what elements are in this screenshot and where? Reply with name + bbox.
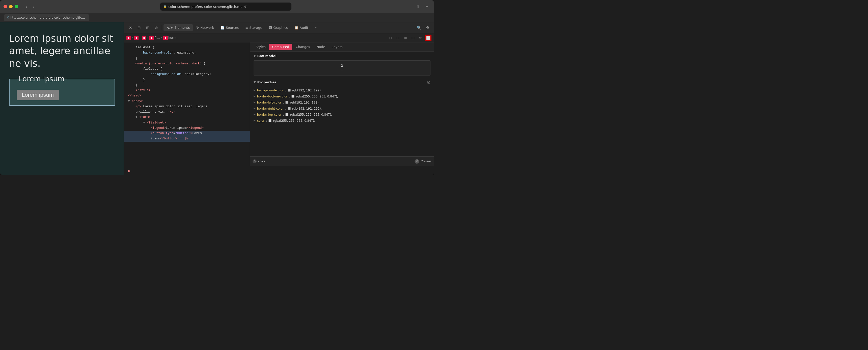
breadcrumb-item-3[interactable]: E xyxy=(142,36,146,40)
lock-icon: 🔒 xyxy=(163,5,167,8)
code-line-5: fieldset { xyxy=(124,66,250,72)
search-button[interactable]: 🔍 xyxy=(415,24,423,32)
code-line-14: ▼ <form> xyxy=(124,115,250,120)
devtools-toolbar: ✕ ⊟ ⊞ ⊕ </> Elements ↻ Network 📄 Sources xyxy=(124,22,434,33)
breadcrumb-item-1[interactable]: E xyxy=(126,36,131,40)
styles-content: ▼ Box Model 2 – ▼ Pr xyxy=(250,52,434,156)
prop-name-5[interactable]: border-top-color xyxy=(257,112,282,117)
tab-audit[interactable]: 📋 Audit xyxy=(291,24,311,31)
prop-row-border-bottom-color: ▶ border-bottom-color : rgba(255, 255, 2… xyxy=(254,93,431,99)
breadcrumb-item-2[interactable]: E xyxy=(134,36,138,40)
breadcrumb-text-5: button xyxy=(168,36,178,40)
code-line-15: ▼ <fieldset> xyxy=(124,120,250,125)
tab-favicon: C xyxy=(7,16,9,19)
address-bar-container: 🔒 color-scheme-prefers-color-scheme.glit… xyxy=(40,2,412,10)
close-button[interactable] xyxy=(3,5,7,8)
prop-name-2[interactable]: border-bottom-color xyxy=(257,94,287,99)
properties-header[interactable]: ▼ Properties ⊙ xyxy=(254,80,431,85)
elements-icon: </> xyxy=(166,26,173,30)
tab-computed[interactable]: Computed xyxy=(269,44,292,50)
box-model-title: Box Model xyxy=(257,54,276,58)
properties-more-icon[interactable]: ⊙ xyxy=(427,80,431,85)
breadcrumb-item-5[interactable]: E button xyxy=(163,36,178,40)
prop-swatch-4[interactable] xyxy=(288,107,291,110)
maximize-button[interactable] xyxy=(14,5,18,8)
prop-expand-4[interactable]: ▶ xyxy=(254,106,256,110)
prop-name-3[interactable]: border-left-color xyxy=(257,100,282,105)
preview-button[interactable]: Lorem ipsum xyxy=(17,90,59,100)
graphics-icon: 🖼 xyxy=(269,26,272,30)
prop-swatch-5[interactable] xyxy=(285,113,288,116)
box-model-header[interactable]: ▼ Box Model xyxy=(254,54,431,58)
breadcrumb-item-4[interactable]: E fil... xyxy=(149,36,160,40)
new-tab-button[interactable]: + xyxy=(424,3,431,10)
prop-value-6: rgba(255, 255, 255, 0.847); xyxy=(273,118,315,123)
prop-expand-3[interactable]: ▶ xyxy=(254,100,256,104)
forward-button[interactable]: › xyxy=(30,3,37,10)
tab-layers[interactable]: Layers xyxy=(329,44,345,50)
devtools-panel: ✕ ⊟ ⊞ ⊕ </> Elements ↻ Network 📄 Sources xyxy=(124,22,434,175)
inspect-element-button[interactable]: ⊕ xyxy=(152,24,160,32)
tab-network[interactable]: ↻ Network xyxy=(193,24,217,31)
filter-input[interactable] xyxy=(258,159,413,163)
tab-graphics[interactable]: 🖼 Graphics xyxy=(266,24,291,31)
prop-name-1[interactable]: background-color xyxy=(257,88,284,93)
toolbar-separator xyxy=(162,25,162,30)
code-line-8: } xyxy=(124,83,250,88)
devtools-split-button[interactable]: ⊟ xyxy=(135,24,143,32)
properties-title: Properties xyxy=(257,80,277,84)
prop-expand-5[interactable]: ▶ xyxy=(254,112,256,116)
code-line-7: } xyxy=(124,77,250,83)
prop-expand-6[interactable]: ▶ xyxy=(254,118,256,122)
style-tabs: Styles Computed Changes Node Layers xyxy=(250,42,434,52)
code-line-2: background-color: gainsboro; xyxy=(124,50,250,56)
prop-swatch-3[interactable] xyxy=(285,101,288,104)
share-button[interactable]: ⬆ xyxy=(414,3,422,10)
element-tool-3[interactable]: ⊞ xyxy=(402,35,409,41)
prop-swatch-1[interactable] xyxy=(288,89,291,92)
prop-name-4[interactable]: border-right-color xyxy=(257,106,284,111)
devtools-dock-button[interactable]: ⊞ xyxy=(144,24,152,32)
breadcrumb-sep-2: › xyxy=(140,36,141,39)
reload-icon[interactable]: ↺ xyxy=(244,5,247,8)
devtools-close-button[interactable]: ✕ xyxy=(126,24,134,32)
minimize-button[interactable] xyxy=(9,5,12,8)
element-tool-2[interactable]: ⊡ xyxy=(395,35,401,41)
tab-elements[interactable]: </> Elements xyxy=(163,24,193,31)
prop-expand-1[interactable]: ▶ xyxy=(254,88,256,92)
prop-value-5: rgba(255, 255, 255, 0.847); xyxy=(290,112,332,117)
tab-styles[interactable]: Styles xyxy=(253,44,269,50)
tab-storage[interactable]: ≡ Storage xyxy=(242,24,265,31)
main-content: Lorem ipsum dolor sit amet, legere ancil… xyxy=(0,22,434,175)
breadcrumb-sep-4: › xyxy=(161,36,162,39)
filter-clear-button[interactable]: ✕ xyxy=(414,159,419,164)
tab-sources[interactable]: 📄 Sources xyxy=(217,24,242,31)
code-line-6: background-color: darkslategray; xyxy=(124,72,250,77)
breadcrumb-badge-4: E xyxy=(149,36,154,40)
prop-swatch-2[interactable] xyxy=(291,95,294,98)
element-tool-1[interactable]: ⊟ xyxy=(387,35,394,41)
traffic-lights xyxy=(3,5,18,8)
browser-tab[interactable]: C https://color-scheme-prefers-color-sch… xyxy=(4,14,89,21)
prop-expand-2[interactable]: ▶ xyxy=(254,94,256,98)
element-tool-box[interactable]: ⬜ xyxy=(425,35,432,41)
classes-button[interactable]: Classes xyxy=(421,159,432,163)
settings-button[interactable]: ⚙ xyxy=(424,24,432,32)
prop-swatch-6[interactable] xyxy=(269,119,272,122)
back-button[interactable]: ‹ xyxy=(23,3,30,10)
tab-changes[interactable]: Changes xyxy=(293,44,313,50)
nav-buttons: ‹ › xyxy=(23,3,37,10)
code-line-1: fieldset { xyxy=(124,45,250,50)
address-bar[interactable]: 🔒 color-scheme-prefers-color-scheme.glit… xyxy=(160,2,291,10)
tab-more[interactable]: » xyxy=(312,24,320,31)
prop-name-6[interactable]: color xyxy=(257,118,265,123)
box-model-value: 2 xyxy=(341,64,343,67)
tab-node[interactable]: Node xyxy=(314,44,328,50)
console-prompt[interactable]: ▶ xyxy=(128,169,131,173)
code-line-3: } xyxy=(124,56,250,61)
breadcrumb-right-tools: ⊟ ⊡ ⊞ ⊟ ✏ ⬜ xyxy=(387,35,432,41)
element-tool-pencil[interactable]: ✏ xyxy=(417,35,424,41)
element-tool-4[interactable]: ⊟ xyxy=(410,35,416,41)
properties-arrow: ▼ xyxy=(254,81,256,84)
box-model-visual: 2 – xyxy=(254,60,431,76)
